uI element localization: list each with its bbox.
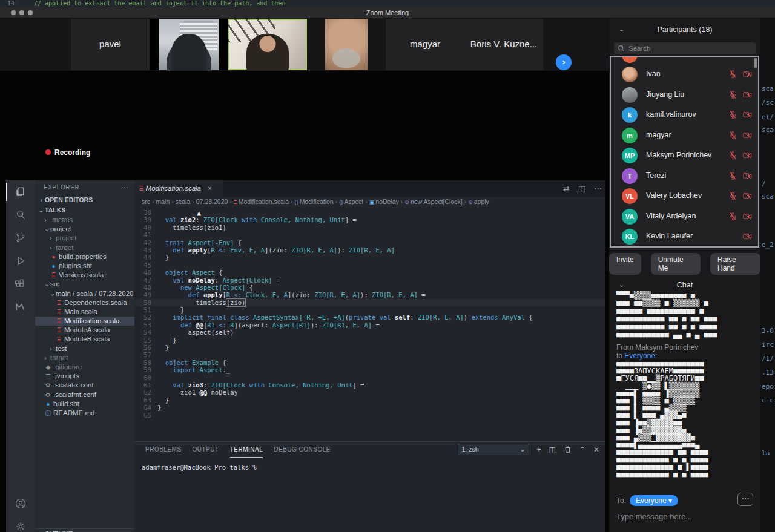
workspace-root[interactable]: ⌄TALKS [35,205,134,215]
participant-row-kevin-laeufer[interactable]: KLKevin Laeufer [611,226,758,247]
tree-item--gitignore[interactable]: ◆.gitignore [35,363,134,372]
diff-icon[interactable]: ⇄ [563,184,570,193]
video-tile-magyar[interactable]: magyar [386,19,464,70]
metals-icon[interactable] [6,295,35,318]
breadcrumb-item[interactable]: ΞModification.scala [234,198,289,205]
outline-section[interactable]: ›OUTLINE [35,528,134,532]
tree-item-build-sbt[interactable]: ●build.sbt [35,399,134,409]
panel-tab-output[interactable]: OUTPUT [193,442,219,458]
search-icon[interactable] [6,203,35,226]
breadcrumb-item[interactable]: scala [176,198,191,205]
code-line-50[interactable]: 50 timeless(zio) [134,299,605,306]
participant-row-ivan[interactable]: Ivan [611,64,758,85]
participant-row-kamil-valinurov[interactable]: kkamil.valinurov [611,105,758,125]
breadcrumb-item[interactable]: {}Modification [295,198,334,205]
video-tile-photo-beard[interactable] [325,19,368,70]
code-line-61[interactable]: 61 val zio3: ZIO[Clock with Console, Not… [134,381,605,389]
recipient-select[interactable]: Everyone ▾ [630,495,678,506]
tree-item-versions-scala[interactable]: ΞVersions.scala [35,271,134,280]
tree-item-modification-scala[interactable]: ΞModification.scala [35,317,134,326]
code-line-52[interactable]: 52 implicit final class AspectSyntax[-R,… [134,314,605,321]
tree-item-main-scala-07-28-2020[interactable]: ⌄main / scala / 07.28.2020 [35,289,134,298]
code-line-47[interactable]: 47 val noDelay: Aspect[Clock] = [134,277,605,284]
code-line-45[interactable]: 45 [134,261,605,269]
explorer-more-icon[interactable]: ⋯ [120,180,128,195]
source-control-icon[interactable] [6,226,35,249]
code-line-39[interactable]: 39 val zio2: ZIO[Clock with Console, Not… [134,216,605,223]
next-participants-button[interactable]: › [556,54,572,70]
code-line-41[interactable]: 41 [134,231,605,238]
code-line-54[interactable]: 54 aspect(self) [134,329,605,336]
participant-row-maksym-porinichev[interactable]: MPMaksym Porinichev [611,145,758,166]
breadcrumb-item[interactable]: ▣noDelay [369,198,399,205]
terminal-shell-select[interactable]: 1: zsh ⌄ [458,444,529,455]
code-editor[interactable]: ▲ 3839 val zio2: ZIO[Clock with Console,… [134,206,605,441]
code-line-55[interactable]: 55 } [134,337,605,344]
breadcrumb-item[interactable]: ⊙apply [468,198,489,205]
participant-row-partial[interactable] [611,57,758,64]
participant-row-magyar[interactable]: mmagyar [611,125,758,146]
code-line-62[interactable]: 62 zio1 @@ noDelay [134,389,605,396]
tree-item-readme-md[interactable]: ⓘREADME.md [35,409,134,418]
video-tile-pavel[interactable]: pavel [71,19,150,70]
extensions-icon[interactable] [6,272,35,295]
breadcrumb-item[interactable]: {}Aspect [339,198,363,205]
code-line-56[interactable]: 56 } [134,344,605,351]
tree-item--scalafix-conf[interactable]: ⚙.scalafix.conf [35,381,134,390]
chat-more-button[interactable]: ⋯ [737,493,753,506]
code-line-48[interactable]: 48 new Aspect[Clock] { [134,284,605,291]
more-actions-icon[interactable]: ⋯ [594,184,602,193]
panel-tab-problems[interactable]: PROBLEMS [145,442,182,458]
tab-modification-scala[interactable]: Ξ Modification.scala × [134,180,223,197]
breadcrumb-item[interactable]: src [142,198,150,205]
code-line-44[interactable]: 44 } [134,254,605,261]
tree-item-project[interactable]: ⌄project [35,225,134,234]
code-line-51[interactable]: 51 } [134,306,605,314]
new-terminal-icon[interactable]: + [537,445,541,454]
tree-item-project[interactable]: ›project [35,234,134,243]
panel-tab-terminal[interactable]: TERMINAL [230,442,263,458]
tree-item-dependencies-scala[interactable]: ΞDependencies.scala [35,298,134,307]
tree-item-src[interactable]: ⌄src [35,280,134,289]
breadcrumb-item[interactable]: 07.28.2020 [196,198,228,205]
code-line-43[interactable]: 43 def apply[R <: Env, E, A](zio: ZIO[R,… [134,246,605,254]
split-terminal-icon[interactable]: ◫ [549,445,556,454]
tree-item-plugins-sbt[interactable]: ●plugins.sbt [35,261,134,271]
video-tile-photo-curly[interactable] [228,19,307,70]
account-icon[interactable] [6,492,35,515]
chat-input[interactable]: Type message here... [616,512,692,521]
participants-search-input[interactable]: Search [614,42,756,54]
video-tile-photo-headphones[interactable] [150,19,228,70]
code-line-46[interactable]: 46 object Aspect { [134,269,605,276]
code-line-57[interactable]: 57 [134,351,605,358]
trash-icon[interactable] [564,445,572,453]
raise-hand-button[interactable]: Raise Hand [710,253,760,275]
code-line-65[interactable]: 65 [134,412,605,419]
participant-row-vitaly-ardelyan[interactable]: VAVitaly Ardelyan [611,206,758,227]
code-line-59[interactable]: 59 import Aspect._ [134,366,605,373]
terminal-prompt[interactable]: adamfraser@MacBook-Pro talks % [134,458,605,471]
code-line-60[interactable]: 60 [134,374,605,381]
participant-row-jiuyang-liu[interactable]: Jiuyang Liu [611,85,758,105]
code-line-63[interactable]: 63 } [134,396,605,404]
tree-item--metals[interactable]: ›.metals [35,215,134,225]
split-editor-icon[interactable]: ◫ [578,184,585,193]
code-line-40[interactable]: 40 timeless(zio1) [134,224,605,231]
settings-icon[interactable] [6,515,35,532]
code-line-49[interactable]: 49 def apply[R <: Clock, E, A](zio: ZIO[… [134,291,605,298]
code-line-58[interactable]: 58 object Example { [134,359,605,366]
participant-row-valery-lobachev[interactable]: VLValery Lobachev [611,186,758,206]
tab-close-icon[interactable]: × [208,185,212,192]
tree-item-build-properties[interactable]: ●build.properties [35,252,134,261]
files-icon[interactable] [6,180,35,203]
tree-item--scalafmt-conf[interactable]: ⚙.scalafmt.conf [35,390,134,399]
tree-item-main-scala[interactable]: ΞMain.scala [35,307,134,317]
tree-item-target[interactable]: ›target [35,243,134,252]
tree-item-moduleb-scala[interactable]: ΞModuleB.scala [35,335,134,344]
code-line-38[interactable]: 38 [134,209,605,216]
tree-item--jvmopts[interactable]: ☰.jvmopts [35,372,134,381]
breadcrumb-item[interactable]: main [156,198,170,205]
code-line-42[interactable]: 42 trait Aspect[-Env] { [134,239,605,246]
breadcrumb-item[interactable]: ⊙new Aspect[Clock] [404,198,462,205]
invite-button[interactable]: Invite [609,253,641,275]
